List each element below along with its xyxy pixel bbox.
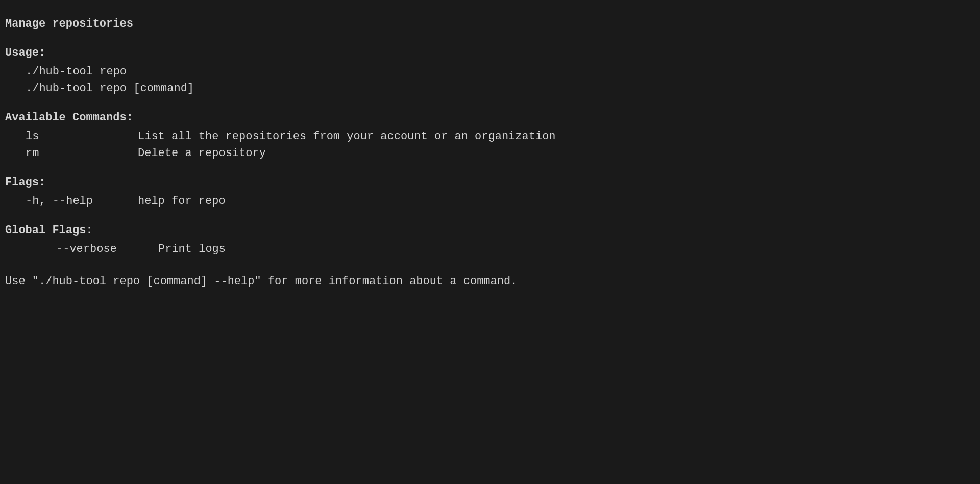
command-rm-description: Delete a repository: [138, 145, 266, 162]
flag-help-name: -h, --help: [26, 193, 138, 210]
available-commands-label: Available Commands:: [5, 109, 975, 126]
global-flag-verbose-description: Print logs: [158, 241, 226, 258]
flag-help: -h, --help help for repo: [5, 193, 975, 210]
global-flags-label: Global Flags:: [5, 222, 975, 239]
command-ls: ls List all the repositories from your a…: [5, 128, 975, 145]
flags-label: Flags:: [5, 174, 975, 191]
command-ls-description: List all the repositories from your acco…: [138, 128, 556, 145]
flag-help-description: help for repo: [138, 193, 226, 210]
command-ls-name: ls: [26, 128, 138, 145]
footer-text: Use "./hub-tool repo [command] --help" f…: [5, 273, 975, 290]
global-flag-verbose-name: --verbose: [56, 241, 158, 258]
available-commands-section: Available Commands: ls List all the repo…: [5, 109, 975, 162]
terminal-output: Manage repositories Usage: ./hub-tool re…: [5, 10, 975, 295]
usage-label: Usage:: [5, 44, 975, 61]
title-section: Manage repositories: [5, 15, 975, 32]
usage-line-1: ./hub-tool repo: [5, 63, 975, 80]
global-flag-verbose: --verbose Print logs: [5, 241, 975, 258]
page-title: Manage repositories: [5, 15, 975, 32]
flags-section: Flags: -h, --help help for repo: [5, 174, 975, 210]
global-flags-section: Global Flags: --verbose Print logs: [5, 222, 975, 258]
usage-line-2: ./hub-tool repo [command]: [5, 80, 975, 97]
command-rm-name: rm: [26, 145, 138, 162]
command-rm: rm Delete a repository: [5, 145, 975, 162]
usage-section: Usage: ./hub-tool repo ./hub-tool repo […: [5, 44, 975, 97]
